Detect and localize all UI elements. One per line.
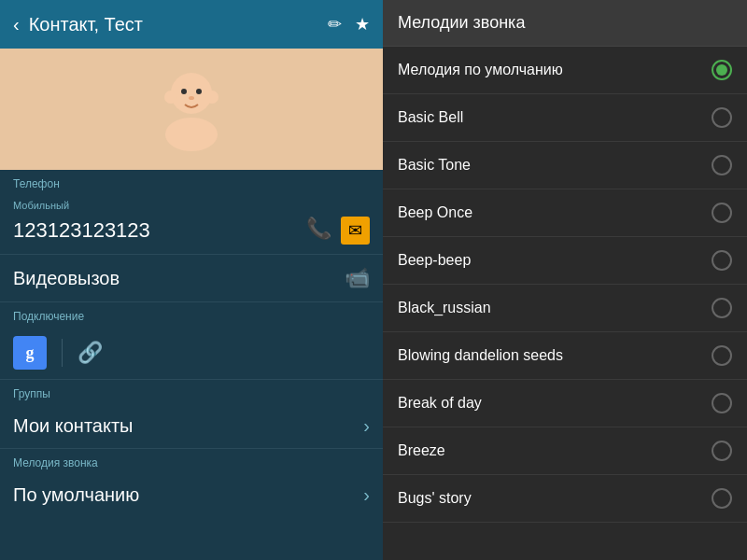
svg-point-1: [164, 91, 177, 104]
star-icon[interactable]: ★: [355, 14, 370, 35]
groups-value: Мои контакты: [13, 415, 363, 437]
radio-button[interactable]: [712, 345, 732, 366]
ringtone-list-item[interactable]: Beep-beep: [383, 237, 747, 285]
svg-point-6: [189, 96, 194, 100]
radio-button[interactable]: [712, 203, 732, 223]
ringtone-list-item[interactable]: Blowing dandelion seeds: [383, 332, 747, 380]
ringtone-item-label: Bugs' story: [398, 490, 712, 507]
radio-button[interactable]: [712, 107, 732, 128]
ringtone-value: По умолчанию: [13, 484, 363, 506]
svg-point-2: [205, 91, 218, 104]
connection-row: g 🔗: [0, 327, 383, 380]
message-button[interactable]: ✉: [341, 217, 370, 245]
ringtone-list: Мелодия по умолчаниюBasic BellBasic Tone…: [383, 47, 747, 560]
ringtone-item-label: Beep Once: [398, 204, 712, 221]
ringtone-label: Мелодия звонка: [0, 449, 383, 473]
ringtone-list-item[interactable]: Black_russian: [383, 285, 747, 332]
radio-button[interactable]: [712, 393, 732, 413]
ringtone-list-item[interactable]: Мелодия по умолчанию: [383, 47, 747, 94]
ringtone-item-label: Black_russian: [398, 300, 712, 316]
groups-chevron: ›: [363, 415, 370, 437]
ringtone-row[interactable]: По умолчанию ›: [0, 473, 383, 517]
video-call-icon: 📹: [345, 266, 370, 290]
back-button[interactable]: ‹: [13, 14, 20, 35]
ringtone-list-header: Мелодии звонка: [383, 0, 747, 47]
groups-label: Группы: [0, 380, 383, 404]
radio-button[interactable]: [712, 155, 732, 175]
ringtone-item-label: Break of day: [398, 395, 712, 412]
ringtone-item-label: Basic Bell: [398, 109, 712, 126]
ringtone-item-label: Beep-beep: [398, 252, 712, 269]
connection-label: Подключение: [0, 302, 383, 327]
svg-point-4: [181, 89, 187, 94]
link-icon[interactable]: 🔗: [78, 341, 103, 365]
ringtone-list-item[interactable]: Breeze: [383, 427, 747, 475]
ringtone-list-item[interactable]: Basic Bell: [383, 94, 747, 142]
divider: [62, 339, 63, 367]
ringtone-list-item[interactable]: Bugs' story: [383, 475, 747, 523]
google-icon: g: [13, 336, 47, 370]
ringtone-item-label: Breeze: [398, 442, 712, 459]
phone-section-label: Телефон: [0, 170, 383, 192]
ringtone-list-item[interactable]: Break of day: [383, 380, 747, 427]
video-row[interactable]: Видеовызов 📹: [0, 255, 383, 302]
radio-button[interactable]: [712, 250, 732, 271]
svg-point-3: [165, 118, 218, 151]
phone-row: 123123123123 📞 ✉: [0, 211, 383, 255]
radio-button[interactable]: [712, 60, 732, 80]
phone-number: 123123123123: [13, 218, 306, 243]
phone-icons: 📞 ✉: [306, 217, 370, 245]
avatar: [145, 63, 238, 156]
radio-button[interactable]: [712, 488, 732, 509]
avatar-section: [0, 49, 383, 170]
video-call-label: Видеовызов: [13, 268, 345, 289]
ringtone-item-label: Basic Tone: [398, 157, 712, 174]
ringtone-item-label: Blowing dandelion seeds: [398, 347, 712, 364]
ringtone-list-item[interactable]: Beep Once: [383, 189, 747, 237]
edit-icon[interactable]: ✏: [328, 14, 342, 35]
radio-button[interactable]: [712, 298, 732, 318]
ringtone-chevron: ›: [363, 484, 370, 506]
ringtone-list-item[interactable]: Basic Tone: [383, 142, 747, 189]
radio-button[interactable]: [712, 441, 732, 461]
svg-point-5: [196, 89, 202, 94]
ringtone-item-label: Мелодия по умолчанию: [398, 62, 712, 78]
mobile-label: Мобильный: [0, 192, 383, 211]
left-panel: ‹ Контакт, Тест ✏ ★: [0, 0, 383, 560]
top-icons: ✏ ★: [328, 14, 370, 35]
top-bar: ‹ Контакт, Тест ✏ ★: [0, 0, 383, 49]
contact-name: Контакт, Тест: [29, 14, 328, 35]
groups-row[interactable]: Мои контакты ›: [0, 404, 383, 449]
right-panel: Мелодии звонка Мелодия по умолчаниюBasic…: [383, 0, 747, 560]
call-button[interactable]: 📞: [306, 217, 331, 245]
